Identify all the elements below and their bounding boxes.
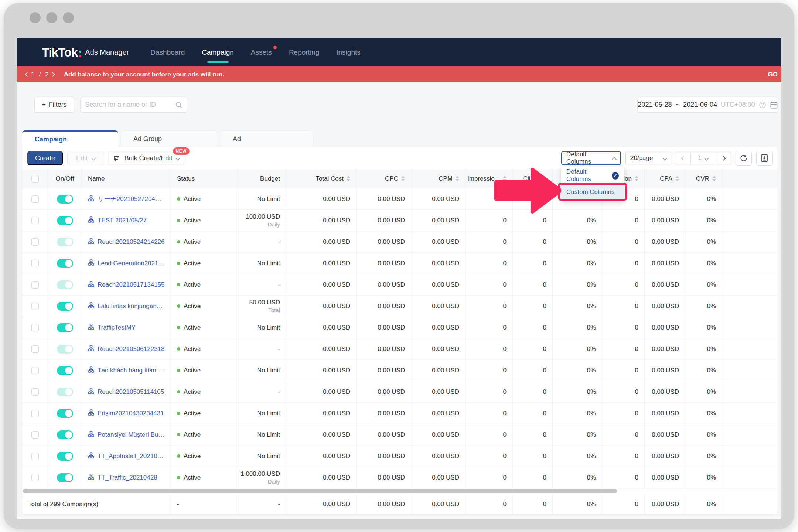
row-checkbox[interactable]: [31, 388, 39, 396]
col-header-cpm[interactable]: CPM: [411, 169, 466, 188]
row-checkbox[interactable]: [31, 238, 39, 246]
next-page-button[interactable]: [716, 151, 731, 165]
columns-select[interactable]: Default Columns: [561, 151, 621, 165]
campaign-name-link[interactable]: Reach20210505114105: [98, 388, 164, 396]
campaign-icon: [88, 195, 94, 203]
campaign-name-link[interactable]: TrafficTestMY: [98, 324, 136, 331]
campaign-toggle[interactable]: [57, 216, 73, 225]
search-input[interactable]: [85, 101, 175, 109]
banner-prev-icon[interactable]: [25, 72, 30, 77]
campaign-name-link[interactable]: TT_AppInstall_20210428: [98, 453, 165, 460]
col-header-clicks[interactable]: Clicks: [513, 169, 553, 188]
tab-ad[interactable]: Ad: [220, 130, 314, 147]
header-checkbox[interactable]: [31, 175, 39, 183]
tab-ad-group[interactable]: Ad Group: [120, 130, 218, 147]
sort-icon[interactable]: [401, 176, 405, 181]
page-size-select[interactable]: 20/page: [625, 151, 671, 165]
row-checkbox[interactable]: [31, 410, 39, 417]
campaign-toggle[interactable]: [57, 345, 73, 354]
col-header-cpa[interactable]: CPA: [645, 169, 685, 188]
campaign-name-link[interactable]: Lead Generation202105211...: [98, 260, 165, 267]
sort-icon[interactable]: [543, 176, 546, 181]
col-header-impressions[interactable]: Impressio...: [466, 169, 513, 188]
campaign-icon: [88, 345, 94, 353]
help-icon[interactable]: [759, 101, 766, 109]
campaign-name-link[interactable]: リーチ20210527204243: [98, 195, 165, 203]
sort-icon[interactable]: [712, 176, 716, 181]
campaign-toggle[interactable]: [57, 259, 73, 268]
sort-icon[interactable]: [456, 176, 459, 181]
row-checkbox[interactable]: [31, 260, 39, 267]
campaign-name-link[interactable]: Reach20210506122318: [98, 345, 165, 353]
campaign-name-link[interactable]: Reach20210517134155: [98, 281, 165, 289]
row-checkbox[interactable]: [31, 474, 39, 481]
cpm-cell: 0.00 USD: [411, 274, 466, 295]
date-range-picker[interactable]: 2021-05-28 ~ 2021-06-04 UTC+08:00: [637, 97, 778, 113]
col-header-total_cost[interactable]: Total Cost: [286, 169, 357, 188]
nav-assets[interactable]: Assets: [251, 48, 272, 57]
ctr-cell: 0%: [553, 403, 602, 424]
sort-icon[interactable]: [347, 176, 350, 181]
summary-cpa: 0.00 USD: [645, 494, 685, 514]
nav-campaign[interactable]: Campaign: [202, 48, 234, 57]
campaign-name-link[interactable]: TT_Traffic_20210428: [98, 474, 157, 481]
row-checkbox[interactable]: [31, 195, 39, 203]
ctr-cell: 0%: [553, 253, 602, 274]
row-checkbox[interactable]: [31, 281, 39, 289]
campaign-name-link[interactable]: Erişim20210430234431: [98, 410, 164, 417]
row-checkbox[interactable]: [31, 431, 39, 439]
campaign-name-link[interactable]: Potansiyel Müşteri Bulma2...: [98, 431, 165, 439]
campaign-toggle[interactable]: [57, 473, 73, 482]
nav-dashboard[interactable]: Dashboard: [150, 48, 185, 57]
sort-icon[interactable]: [635, 176, 638, 181]
row-checkbox[interactable]: [31, 324, 39, 331]
campaign-toggle[interactable]: [57, 238, 73, 246]
row-checkbox[interactable]: [31, 453, 39, 460]
row-checkbox[interactable]: [31, 217, 39, 224]
campaign-toggle[interactable]: [57, 388, 73, 396]
campaign-toggle[interactable]: [57, 323, 73, 332]
campaign-name-link[interactable]: Lalu lintas kunjungan20210...: [98, 303, 165, 310]
scrollbar-thumb[interactable]: [23, 489, 617, 493]
bulk-edit-icon: [113, 154, 120, 162]
cvr-cell: 0%: [685, 296, 722, 317]
current-page-select[interactable]: 1: [691, 151, 716, 165]
campaign-toggle[interactable]: [57, 430, 73, 439]
nav-insights[interactable]: Insights: [336, 48, 360, 57]
prev-page-button[interactable]: [676, 151, 691, 165]
menu-item-default-columns[interactable]: Default Columns ✓: [561, 168, 624, 183]
menu-item-custom-columns[interactable]: Custom Columns: [561, 185, 624, 199]
summary-budget: -: [238, 494, 286, 514]
create-button[interactable]: Create: [27, 151, 63, 165]
edit-button[interactable]: Edit: [67, 151, 104, 165]
campaign-toggle[interactable]: [57, 452, 73, 461]
campaign-toggle[interactable]: [57, 195, 73, 204]
col-header-name: Name: [82, 169, 171, 188]
nav-reporting[interactable]: Reporting: [289, 48, 319, 57]
calendar-icon[interactable]: [770, 101, 778, 109]
status-label: Active: [184, 410, 201, 417]
campaign-toggle[interactable]: [57, 366, 73, 375]
row-checkbox[interactable]: [31, 345, 39, 353]
refresh-button[interactable]: [736, 151, 752, 166]
sort-icon[interactable]: [503, 176, 507, 181]
banner-go-button[interactable]: GO: [768, 71, 778, 78]
cpm-cell: 0.00 USD: [411, 338, 466, 359]
banner-next-icon[interactable]: [50, 72, 55, 77]
col-header-cvr[interactable]: CVR: [685, 169, 722, 188]
bulk-create-edit-button[interactable]: Bulk Create/Edit NEW: [109, 151, 184, 165]
export-button[interactable]: [756, 151, 773, 166]
row-checkbox[interactable]: [31, 367, 39, 374]
campaign-name-link[interactable]: Tạo khách hàng tiềm năng...: [98, 367, 165, 374]
campaign-toggle[interactable]: [57, 280, 73, 289]
campaign-name-link[interactable]: Reach20210524214226: [98, 238, 165, 246]
campaign-toggle[interactable]: [57, 302, 73, 311]
tab-campaign[interactable]: Campaign: [22, 130, 118, 147]
refresh-icon: [740, 154, 748, 162]
campaign-toggle[interactable]: [57, 409, 73, 418]
col-header-cpc[interactable]: CPC: [357, 169, 411, 188]
campaign-name-link[interactable]: TEST 2021/05/27: [98, 217, 147, 224]
filters-button[interactable]: + Filters: [34, 97, 74, 113]
row-checkbox[interactable]: [31, 303, 39, 310]
sort-icon[interactable]: [675, 176, 679, 181]
